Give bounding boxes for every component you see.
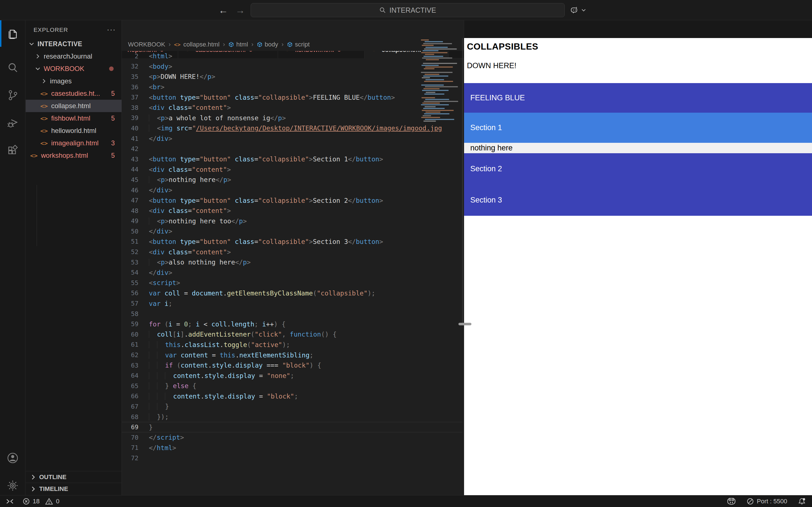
tree-item-images[interactable]: images <box>26 75 121 87</box>
breadcrumb-item-workbook[interactable]: WORKBOOK <box>128 41 165 48</box>
minimap-line <box>421 117 440 118</box>
label: FEELING BLUE <box>470 94 525 102</box>
line-number: 49 <box>122 217 149 224</box>
code-line-44[interactable]: 44<div class="content"> <box>122 165 462 175</box>
timeline-label: TIMELINE <box>39 485 68 493</box>
code-editor[interactable]: 2<html>32<body>35<p>DOWN HERE!</p>36<br>… <box>122 51 462 495</box>
code-line-54[interactable]: 54</div> <box>122 267 462 278</box>
code-line-60[interactable]: 60 coll[i].addEventListener("click", fun… <box>122 329 462 340</box>
code-line-41[interactable]: 41</div> <box>122 133 462 144</box>
code-line-38[interactable]: 38<div class="content"> <box>122 103 462 113</box>
copilot-button[interactable] <box>570 3 586 17</box>
tree-item-helloworld-html[interactable]: <>helloworld.html <box>26 124 121 137</box>
code-line-66[interactable]: 66 content.style.display = "block"; <box>122 391 462 402</box>
back-arrow-icon[interactable]: ← <box>218 5 228 16</box>
account-icon[interactable] <box>0 445 26 471</box>
tree-item-casestudies-ht-[interactable]: <>casestudies.ht...5 <box>26 87 121 100</box>
tree-item-workbook[interactable]: WORKBOOK <box>26 62 121 75</box>
code-line-46[interactable]: 46</div> <box>122 185 462 195</box>
code-line-36[interactable]: 36<br> <box>122 82 462 93</box>
code-line-45[interactable]: 45 <p>nothing here</p> <box>122 175 462 185</box>
code-line-53[interactable]: 53 <p>also nothing here</p> <box>122 257 462 268</box>
code-line-62[interactable]: 62 var content = this.nextElementSibling… <box>122 350 462 360</box>
remote-indicator-icon[interactable] <box>6 498 14 505</box>
code-line-43[interactable]: 43<button type="button" class="collapsib… <box>122 154 462 165</box>
code-line-61[interactable]: 61 this.classList.toggle("active"); <box>122 340 462 350</box>
tree-item-fishbowl-html[interactable]: <>fishbowl.html5 <box>26 112 121 124</box>
code-line-56[interactable]: 56var coll = document.getElementsByClass… <box>122 288 462 298</box>
code-line-70[interactable]: 70</script> <box>122 432 462 443</box>
collapsible-button-section-2[interactable]: Section 2 <box>464 153 812 184</box>
code-line-63[interactable]: 63 if (content.style.display === "block"… <box>122 360 462 371</box>
search-view-icon[interactable] <box>0 55 26 80</box>
run-debug-icon[interactable] <box>0 110 26 136</box>
minimap-line <box>425 99 449 100</box>
code-line-48[interactable]: 48<div class="content"> <box>122 206 462 216</box>
line-number: 44 <box>122 166 149 173</box>
preview-heading: COLLAPSIBLES <box>464 38 812 52</box>
split-sash-handle[interactable] <box>458 323 471 325</box>
editor-scrollbar[interactable] <box>462 38 463 325</box>
code-line-72[interactable]: 72 <box>122 453 462 463</box>
forward-arrow-icon[interactable]: → <box>236 5 245 16</box>
code-line-52[interactable]: 52<div class="content"> <box>122 247 462 257</box>
problem-count-badge: 5 <box>111 90 115 98</box>
line-number: 70 <box>122 434 149 441</box>
breadcrumb-item-html[interactable]: html <box>229 41 248 48</box>
code-line-55[interactable]: 55<script> <box>122 278 462 288</box>
tree-item-imagealign-html[interactable]: <>imagealign.html3 <box>26 137 121 149</box>
code-line-40[interactable]: 40 <img src="/Users/beckytang/Desktop/IN… <box>122 123 462 133</box>
code-line-58[interactable]: 58 <box>122 309 462 319</box>
explorer-more-icon[interactable]: ··· <box>107 25 116 34</box>
source-control-icon[interactable] <box>0 82 26 108</box>
errors-icon <box>22 498 30 505</box>
breadcrumb[interactable]: WORKBOOK›<>collapse.html›html›body›scrip… <box>122 38 464 51</box>
code-line-67[interactable]: 67 } <box>122 401 462 412</box>
code-line-42[interactable]: 42 <box>122 144 462 154</box>
tree-item-collapse-html[interactable]: <>collapse.html <box>26 100 121 112</box>
code-line-64[interactable]: 64 content.style.display = "none"; <box>122 371 462 381</box>
code-line-49[interactable]: 49 <p>nothing here too</p> <box>122 216 462 226</box>
code-line-59[interactable]: 59for (i = 0; i < coll.length; i++) { <box>122 319 462 329</box>
code-line-51[interactable]: 51<button type="button" class="collapsib… <box>122 237 462 247</box>
chevron-right-icon <box>40 78 48 83</box>
tree-item-interactive[interactable]: INTERACTIVE <box>26 38 121 50</box>
code-line-71[interactable]: 71</html> <box>122 443 462 453</box>
copilot-icon <box>570 6 578 14</box>
extensions-icon[interactable] <box>0 137 26 163</box>
search-value: INTERACTIVE <box>389 6 436 14</box>
collapsible-button-section-3[interactable]: Section 3 <box>464 184 812 216</box>
code-line-57[interactable]: 57var i; <box>122 298 462 309</box>
code-line-50[interactable]: 50</div> <box>122 226 462 237</box>
minimap-line <box>423 121 436 122</box>
code-line-32[interactable]: 32<body> <box>122 61 462 72</box>
tree-item-workshops-html[interactable]: <>workshops.html5 <box>26 149 121 162</box>
code-line-47[interactable]: 47<button type="button" class="collapsib… <box>122 195 462 206</box>
code-line-68[interactable]: 68 }); <box>122 412 462 422</box>
breadcrumb-item-collapse-html[interactable]: <>collapse.html <box>174 41 219 48</box>
code-line-69[interactable]: 69} <box>122 422 462 432</box>
breadcrumb-item-body[interactable]: body <box>257 41 278 48</box>
tree-item-researchjournal[interactable]: researchJournal <box>26 50 121 62</box>
problems-status[interactable]: 18 0 <box>22 498 59 505</box>
timeline-section[interactable]: TIMELINE <box>26 483 121 495</box>
explorer-icon[interactable] <box>0 21 26 47</box>
code-line-2[interactable]: 2<html> <box>122 51 462 61</box>
notifications-bell-icon[interactable] <box>798 497 806 505</box>
line-number: 64 <box>122 372 149 379</box>
outline-section[interactable]: OUTLINE <box>26 471 121 483</box>
minimap-line <box>421 84 444 86</box>
code-line-35[interactable]: 35<p>DOWN HERE!</p> <box>122 71 462 82</box>
code-line-37[interactable]: 37<button type="button" class="collapsib… <box>122 92 462 103</box>
collapsible-button-section-1[interactable]: Section 1 <box>464 113 812 143</box>
settings-gear-icon[interactable] <box>0 473 26 499</box>
code-line-39[interactable]: 39 <p>a whole lot of nonsense ig</p> <box>122 113 462 123</box>
copilot-status-icon[interactable] <box>727 497 736 505</box>
live-server-port[interactable]: Port : 5500 <box>747 498 787 505</box>
code-line-65[interactable]: 65 } else { <box>122 381 462 391</box>
collapsible-button-feeling-blue[interactable]: FEELING BLUE <box>464 83 812 113</box>
code-text: <p>nothing here</p> <box>149 176 231 183</box>
minimap[interactable] <box>420 40 462 124</box>
breadcrumb-item-script[interactable]: script <box>287 41 310 48</box>
command-center-search[interactable]: INTERACTIVE <box>251 3 565 17</box>
